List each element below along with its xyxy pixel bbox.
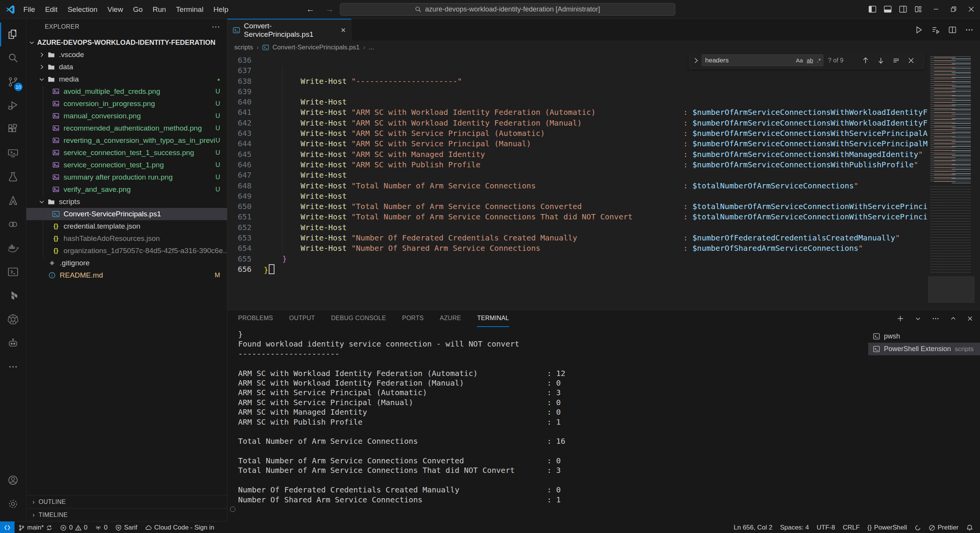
new-terminal-button[interactable] [897,315,904,322]
customize-layout-icon[interactable] [914,5,923,13]
panel-close-button[interactable] [967,316,973,322]
activity-robot[interactable] [0,331,26,355]
tab-close-icon[interactable]: × [341,25,346,35]
regex-toggle[interactable]: .* [817,55,821,65]
terminal-dropdown-chevron[interactable] [915,316,921,322]
tree-item[interactable]: {} hashTableAdoResources.json [26,232,227,245]
eol-setting[interactable]: CRLF [839,522,863,533]
activity-terraform[interactable] [0,284,26,307]
find-expand-chevron[interactable] [693,57,699,64]
code-editor[interactable]: 636 637 638 Write-Host "----------------… [227,54,980,310]
toggle-sidebar-icon[interactable] [868,5,877,13]
activity-powershell[interactable] [0,260,26,284]
menu-help[interactable]: Help [208,0,233,18]
notifications-bell[interactable] [962,522,977,533]
activity-search[interactable] [0,46,26,70]
more-actions-button[interactable] [965,25,974,34]
menu-file[interactable]: File [18,0,40,18]
tree-item[interactable]: README.md M [26,269,227,281]
problems-indicator[interactable]: 0 0 [56,522,91,533]
tab-problems[interactable]: PROBLEMS [238,310,273,327]
tree-item[interactable]: service_connection_test_1_success.png U [26,147,227,159]
terminal-output[interactable]: } Found workload identity service connec… [227,327,868,522]
accounts-button[interactable] [0,468,26,492]
tab-ports[interactable]: PORTS [402,310,423,327]
sarif-indicator[interactable]: Sarif [111,522,141,533]
activity-more[interactable] [0,355,26,379]
tree-item[interactable]: .vscode [26,49,227,61]
tree-root[interactable]: AZURE-DEVOPS-WORKLOAD-IDENTITY-FEDERATIO… [26,36,227,49]
whole-word-toggle[interactable]: ab [807,55,813,65]
minimize-button[interactable] [927,0,945,18]
find-query-field[interactable] [704,56,779,65]
activity-linked-rings[interactable] [0,213,26,236]
tree-item[interactable]: scripts [26,196,227,208]
activity-extensions[interactable] [0,118,26,141]
encoding-setting[interactable]: UTF-8 [813,522,839,533]
language-mode[interactable]: {} PowerShell [864,522,911,533]
activity-kubernetes[interactable] [0,307,26,331]
tree-item[interactable]: service_connection_test_1.png U [26,159,227,171]
tree-item[interactable]: data [26,61,227,73]
menu-terminal[interactable]: Terminal [171,0,209,18]
breadcrumb-scripts[interactable]: scripts [234,44,253,51]
tab-output[interactable]: OUTPUT [289,310,315,327]
activity-remote-explorer[interactable] [0,141,26,165]
settings-button[interactable] [0,492,26,516]
run-button[interactable] [914,25,923,34]
tree-item[interactable]: recommended_authentication_method.png U [26,122,227,134]
toggle-panel-icon[interactable] [884,5,892,13]
tree-item[interactable]: media ● [26,73,227,85]
tree-item[interactable]: verify_and_save.png U [26,183,227,196]
menu-go[interactable]: Go [128,0,147,18]
terminal-instance-powershell-extension[interactable]: PowerShell Extension scripts [868,343,980,355]
tree-item[interactable]: .gitignore [26,257,227,269]
outline-section[interactable]: › OUTLINE [26,495,227,508]
breadcrumb-symbol[interactable]: ... [369,44,374,51]
restore-button[interactable] [945,0,962,18]
toggle-secondary-sidebar-icon[interactable] [899,5,907,13]
panel-more-button[interactable] [932,315,939,322]
back-icon[interactable]: ← [306,4,315,14]
activity-docker[interactable] [0,236,26,260]
terminal-prompt[interactable]: PS E:\src\GitHub\devopsabcs-engineering\… [238,505,868,514]
forward-icon[interactable]: → [325,4,334,14]
tree-item[interactable]: summary after production run.png U [26,171,227,183]
tree-item-selected[interactable]: Convert-ServicePrincipals.ps1 [26,208,227,220]
find-in-selection-button[interactable] [892,57,900,64]
split-editor-button[interactable] [948,25,957,34]
branch-indicator[interactable]: main* [15,522,56,533]
tree-item[interactable]: reverting_a_conversion_with_typo_as_in_p… [26,134,227,147]
activity-run-debug[interactable] [0,94,26,118]
explorer-more-icon[interactable]: ⋯ [212,22,220,32]
breadcrumb-file[interactable]: Convert-ServicePrincipals.ps1 [273,44,360,51]
find-close-button[interactable] [908,57,915,64]
minimap-slider[interactable] [928,276,975,303]
minimap[interactable] [928,54,975,310]
tree-item[interactable]: avoid_multiple_fed_creds.png U [26,85,227,98]
tab-debug-console[interactable]: DEBUG CONSOLE [331,310,386,327]
command-center-search[interactable]: azure-devops-workload-identity-federatio… [340,3,675,16]
activity-azure[interactable] [0,189,26,213]
activity-explorer[interactable] [0,23,26,46]
menu-edit[interactable]: Edit [40,0,63,18]
find-previous-button[interactable] [862,57,869,64]
indentation-setting[interactable]: Spaces: 4 [776,522,813,533]
tab-convert-serviceprincipals[interactable]: Convert-ServicePrincipals.ps1 × [227,19,351,41]
menu-run[interactable]: Run [148,0,171,18]
tree-item[interactable]: {} organizations_1d75057c-84d5-42f5-a316… [26,245,227,257]
activity-source-control[interactable]: 10 [0,70,26,94]
match-case-toggle[interactable]: Aa [796,55,803,65]
menu-view[interactable]: View [103,0,128,18]
ports-indicator[interactable]: 0 [91,522,111,533]
cloud-code-signin[interactable]: Cloud Code - Sign in [141,522,218,533]
tree-item[interactable]: conversion_in_progress.png U [26,98,227,110]
run-below-button[interactable] [931,25,940,34]
cursor-position[interactable]: Ln 656, Col 2 [730,522,776,533]
remote-indicator[interactable] [0,522,15,533]
close-window-button[interactable] [962,0,980,18]
terminal-instance-pwsh[interactable]: pwsh [868,330,980,343]
timeline-section[interactable]: › TIMELINE [26,508,227,521]
find-next-button[interactable] [877,57,885,64]
find-input[interactable]: Aa ab .* [702,54,823,66]
